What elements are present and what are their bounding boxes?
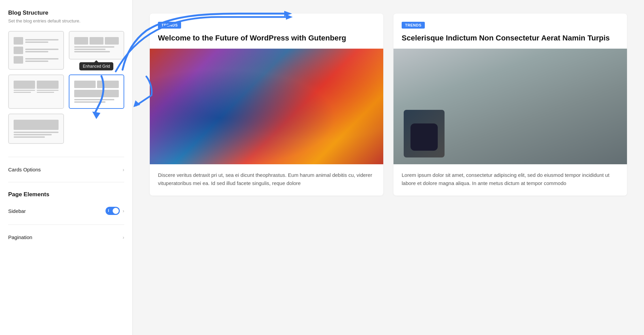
sidebar-subtitle: Set the blog entries default structure. — [8, 18, 124, 23]
structure-grid: Enhanced Grid — [8, 31, 124, 144]
enhanced-top-blocks — [74, 37, 119, 45]
blog-card-1-body: Discere veritus detraxit pri ut, sea ei … — [150, 164, 383, 196]
skel-block — [90, 37, 103, 45]
layout-preview-enhanced — [73, 35, 120, 54]
thumb-skel — [14, 81, 35, 89]
blog-card-2-badge: TRENDS — [402, 22, 425, 29]
chevron-right-icon: › — [123, 167, 124, 172]
enhanced-grid-tooltip: Enhanced Grid — [79, 62, 113, 70]
cards-options-row[interactable]: Cards Options › — [8, 163, 124, 176]
active-bottom-lines — [74, 99, 119, 103]
skel-line — [14, 132, 59, 133]
skel-line — [74, 46, 114, 48]
2col-item — [14, 81, 35, 93]
toggle-on-text: I — [108, 208, 109, 213]
line — [25, 61, 48, 62]
skel-line — [14, 90, 35, 91]
skel-block — [74, 81, 96, 88]
thumb-skel — [37, 81, 58, 89]
page-elements-title: Page Elements — [8, 191, 124, 198]
skel-block — [74, 90, 119, 97]
blog-card-2-title: Scelerisque Indictum Non Consectetur Aer… — [402, 33, 619, 43]
skel-line — [74, 99, 114, 100]
blog-card-1-title: Welcome to the Future of WordPress with … — [158, 33, 375, 43]
skel-line — [37, 92, 54, 93]
blog-card-1: TRENDS Welcome to the Future of WordPres… — [150, 14, 383, 196]
sidebar-row-chevron: › — [123, 208, 124, 214]
sidebar-toggle-row: Sidebar I › — [8, 203, 124, 218]
pagination-row[interactable]: Pagination › — [8, 231, 124, 244]
lines-skel — [25, 58, 59, 62]
thumb-skel — [14, 47, 23, 54]
skel-block — [74, 37, 88, 45]
sidebar-toggle-right: I › — [106, 207, 124, 215]
skel-block — [97, 81, 119, 88]
lines-skel — [25, 49, 59, 52]
layout-preview-wide — [12, 118, 60, 140]
skel-line — [37, 90, 58, 91]
sidebar: Blog Structure Set the blog entries defa… — [0, 0, 133, 335]
blog-card-1-top: TRENDS Welcome to the Future of WordPres… — [150, 14, 383, 49]
layout-preview-2col — [12, 79, 60, 95]
line — [25, 41, 48, 43]
divider-3 — [8, 224, 124, 225]
skel-line — [14, 92, 31, 93]
divider-2 — [8, 182, 124, 182]
skel-block — [105, 37, 119, 45]
skel-line — [14, 136, 45, 138]
sidebar-title: Blog Structure — [8, 10, 124, 16]
line — [25, 51, 48, 52]
toggle-knob — [113, 208, 119, 214]
main-content: TRENDS Welcome to the Future of WordPres… — [133, 0, 644, 335]
pagination-chevron-icon: › — [123, 235, 124, 240]
divider-1 — [8, 157, 124, 157]
layout-card-enhanced-grid[interactable]: Enhanced Grid — [69, 31, 125, 60]
pagination-label: Pagination — [8, 234, 32, 240]
blog-card-1-badge: TRENDS — [158, 22, 181, 29]
thumb-skel — [14, 120, 59, 130]
blog-card-2-image — [393, 49, 627, 164]
cards-options-label: Cards Options — [8, 167, 41, 172]
blog-card-2: TRENDS Scelerisque Indictum Non Consecte… — [393, 14, 627, 196]
blog-card-2-excerpt: Lorem ipsum dolor sit amet, consectetur … — [402, 171, 619, 187]
lines-skel — [25, 39, 59, 43]
blog-card-2-top: TRENDS Scelerisque Indictum Non Consecte… — [393, 14, 627, 49]
blog-card-1-excerpt: Discere veritus detraxit pri ut, sea ei … — [158, 171, 375, 187]
skel-line — [74, 51, 110, 52]
layout-card-2col[interactable] — [8, 74, 64, 109]
blog-card-2-body: Lorem ipsum dolor sit amet, consectetur … — [393, 164, 627, 196]
layout-card-list[interactable] — [8, 31, 64, 70]
blog-grid: TRENDS Welcome to the Future of WordPres… — [150, 14, 627, 196]
skel-line — [74, 49, 106, 50]
line — [25, 39, 59, 40]
thumb-skel — [14, 37, 23, 45]
enhanced-bottom-lines — [74, 46, 119, 52]
wide-lines — [14, 132, 59, 138]
active-top-blocks — [74, 81, 119, 88]
layout-preview-list — [12, 35, 60, 66]
thumb-skel — [14, 56, 23, 64]
sidebar-toggle-label: Sidebar — [8, 208, 26, 214]
layout-card-active-grid[interactable] — [69, 74, 125, 109]
sidebar-toggle-switch[interactable]: I — [106, 207, 120, 215]
layout-card-wide[interactable] — [8, 114, 64, 144]
line — [25, 49, 59, 50]
skel-line — [74, 101, 106, 103]
layout-preview-active — [73, 79, 120, 105]
line — [25, 58, 59, 60]
blog-card-1-image — [150, 49, 383, 164]
skel-line — [14, 134, 52, 135]
2col-item — [37, 81, 58, 93]
